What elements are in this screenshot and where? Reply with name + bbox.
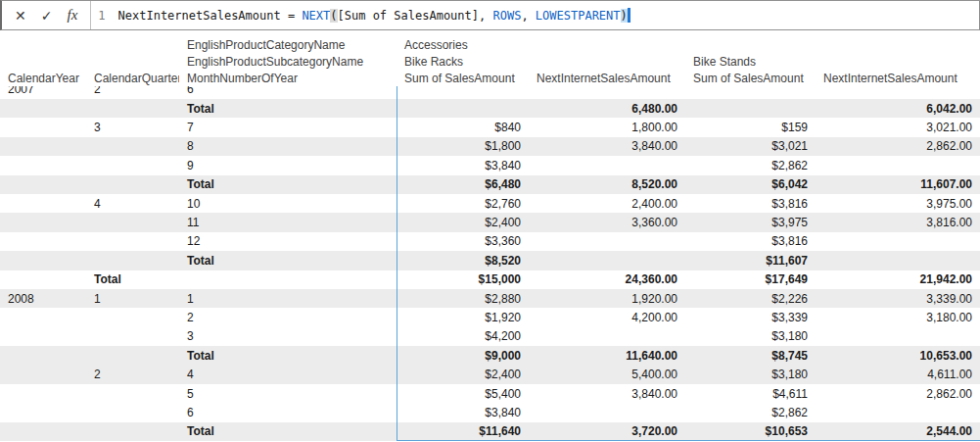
cell-calendar-quarter[interactable] [86, 99, 179, 118]
cell-calendar-quarter[interactable]: 3 [86, 118, 179, 136]
table-row[interactable]: Total$9,00011,640.00$8,74510,653.00 [0, 346, 980, 365]
cell-next-sales-bike-stands[interactable]: 6,042.00 [816, 99, 980, 118]
cell-sum-sales-bike-stands[interactable]: $3,975 [685, 213, 816, 231]
cell-calendar-year[interactable] [0, 251, 86, 270]
cell-sum-sales-bike-racks[interactable]: $1,800 [397, 137, 529, 156]
cell-calendar-year[interactable] [0, 384, 86, 403]
table-row[interactable]: 2$1,9204,200.00$3,3393,180.00 [0, 308, 980, 326]
cell-sum-sales-bike-stands[interactable]: $3,180 [685, 365, 816, 383]
cell-month-number[interactable]: Total [179, 422, 397, 441]
cell-calendar-year[interactable] [0, 175, 86, 194]
header-subcategory-field[interactable]: EnglishProductSubcategoryName [179, 53, 397, 70]
cell-sum-sales-bike-stands[interactable]: $6,042 [685, 175, 816, 194]
header-subcategory-bike-stands[interactable]: Bike Stands [685, 53, 816, 70]
header-category-value[interactable]: Accessories [397, 36, 529, 53]
cell-calendar-year[interactable] [0, 422, 86, 441]
cell-month-number[interactable]: 6 [179, 403, 397, 421]
cell-calendar-year[interactable] [0, 213, 86, 231]
cell-next-sales-bike-stands[interactable] [816, 232, 980, 251]
cell-month-number[interactable]: 6 [179, 86, 397, 99]
cell-next-sales-bike-stands[interactable]: 10,653.00 [816, 346, 980, 365]
table-row[interactable]: 410$2,7602,400.00$3,8163,975.00 [0, 194, 980, 213]
cell-month-number[interactable]: Total [179, 346, 397, 365]
cell-next-sales-bike-racks[interactable]: 3,840.00 [529, 137, 685, 156]
cell-next-sales-bike-stands[interactable] [816, 251, 980, 270]
cell-next-sales-bike-stands[interactable]: 21,942.00 [816, 270, 980, 289]
cell-calendar-quarter[interactable] [86, 403, 179, 421]
cell-calendar-quarter[interactable] [86, 422, 179, 441]
table-row[interactable]: 24$2,4005,400.00$3,1804,611.00 [0, 365, 980, 383]
table-row[interactable]: Total6,480.006,042.00 [0, 99, 980, 118]
cell-next-sales-bike-racks[interactable] [529, 156, 685, 174]
cell-next-sales-bike-stands[interactable]: 11,607.00 [816, 175, 980, 194]
cell-sum-sales-bike-stands[interactable]: $3,816 [685, 232, 816, 251]
column-header-calendar-year[interactable]: CalendarYear [0, 70, 86, 86]
cell-calendar-quarter[interactable]: Total [86, 270, 179, 289]
cell-calendar-year[interactable]: 2007 [0, 86, 86, 99]
cell-month-number[interactable]: 9 [179, 156, 397, 174]
cell-next-sales-bike-stands[interactable] [816, 86, 980, 99]
cell-next-sales-bike-racks[interactable]: 1,920.00 [529, 289, 685, 308]
cell-next-sales-bike-stands[interactable]: 2,544.00 [816, 422, 980, 441]
cell-month-number[interactable]: Total [179, 251, 397, 270]
cell-calendar-quarter[interactable] [86, 156, 179, 174]
cell-calendar-year[interactable] [0, 365, 86, 383]
cell-next-sales-bike-racks[interactable]: 24,360.00 [529, 270, 685, 289]
cell-calendar-quarter[interactable]: 2 [86, 86, 179, 99]
cell-next-sales-bike-racks[interactable] [529, 86, 685, 99]
cell-calendar-quarter[interactable] [86, 308, 179, 326]
cell-next-sales-bike-racks[interactable] [529, 403, 685, 421]
cell-sum-sales-bike-stands[interactable]: $3,180 [685, 327, 816, 346]
cell-next-sales-bike-racks[interactable]: 2,400.00 [529, 194, 685, 213]
cell-calendar-year[interactable] [0, 137, 86, 156]
table-row[interactable]: 11$2,4003,360.00$3,9753,816.00 [0, 213, 980, 231]
cell-next-sales-bike-stands[interactable]: 4,611.00 [816, 365, 980, 383]
cell-calendar-quarter[interactable]: 2 [86, 365, 179, 383]
cell-calendar-year[interactable] [0, 308, 86, 326]
cell-calendar-quarter[interactable] [86, 137, 179, 156]
column-header-sum-sales-racks[interactable]: Sum of SalesAmount [397, 70, 529, 86]
cell-calendar-year[interactable] [0, 327, 86, 346]
cell-sum-sales-bike-racks[interactable]: $4,200 [397, 327, 529, 346]
cell-month-number[interactable]: 1 [179, 289, 397, 308]
check-icon[interactable]: ✓ [41, 9, 53, 23]
table-row[interactable]: Total$11,6403,720.00$10,6532,544.00 [0, 422, 980, 441]
cell-calendar-quarter[interactable] [86, 175, 179, 194]
cell-calendar-year[interactable] [0, 118, 86, 136]
cell-month-number[interactable]: Total [179, 99, 397, 118]
cell-next-sales-bike-stands[interactable] [816, 156, 980, 174]
cell-next-sales-bike-racks[interactable]: 4,200.00 [529, 308, 685, 326]
cell-sum-sales-bike-racks[interactable] [397, 99, 529, 118]
cell-sum-sales-bike-stands[interactable]: $159 [685, 118, 816, 136]
cell-next-sales-bike-racks[interactable]: 3,360.00 [529, 213, 685, 231]
cell-month-number[interactable]: 4 [179, 365, 397, 383]
table-row[interactable]: 3$4,200$3,180 [0, 327, 980, 346]
table-row[interactable]: 200811$2,8801,920.00$2,2263,339.00 [0, 289, 980, 308]
cell-sum-sales-bike-stands[interactable] [685, 86, 816, 99]
column-header-calendar-quarter[interactable]: CalendarQuarter [86, 70, 179, 86]
fx-icon[interactable]: fx [67, 8, 77, 23]
cell-sum-sales-bike-racks[interactable] [397, 86, 529, 99]
cell-sum-sales-bike-racks[interactable]: $6,480 [397, 175, 529, 194]
cell-sum-sales-bike-racks[interactable]: $1,920 [397, 308, 529, 326]
cell-next-sales-bike-racks[interactable]: 5,400.00 [529, 365, 685, 383]
cell-next-sales-bike-racks[interactable]: 1,800.00 [529, 118, 685, 136]
cell-sum-sales-bike-stands[interactable]: $2,226 [685, 289, 816, 308]
cell-next-sales-bike-stands[interactable]: 3,816.00 [816, 213, 980, 231]
cell-calendar-quarter[interactable]: 4 [86, 194, 179, 213]
cell-calendar-year[interactable] [0, 403, 86, 421]
table-row[interactable]: Total$6,4808,520.00$6,04211,607.00 [0, 175, 980, 194]
cell-calendar-quarter[interactable] [86, 251, 179, 270]
formula-input[interactable]: 1 NextInternetSalesAmount = NEXT([Sum of… [90, 1, 979, 29]
cell-calendar-quarter[interactable] [86, 327, 179, 346]
cell-next-sales-bike-stands[interactable] [816, 403, 980, 421]
cell-calendar-year[interactable] [0, 346, 86, 365]
cell-next-sales-bike-racks[interactable] [529, 251, 685, 270]
cell-sum-sales-bike-racks[interactable]: $3,840 [397, 156, 529, 174]
cell-month-number[interactable]: 11 [179, 213, 397, 231]
cell-month-number[interactable]: 12 [179, 232, 397, 251]
cell-sum-sales-bike-racks[interactable]: $3,840 [397, 403, 529, 421]
table-row[interactable]: 12$3,360$3,816 [0, 232, 980, 251]
cell-next-sales-bike-racks[interactable]: 6,480.00 [529, 99, 685, 118]
cell-next-sales-bike-stands[interactable]: 3,975.00 [816, 194, 980, 213]
